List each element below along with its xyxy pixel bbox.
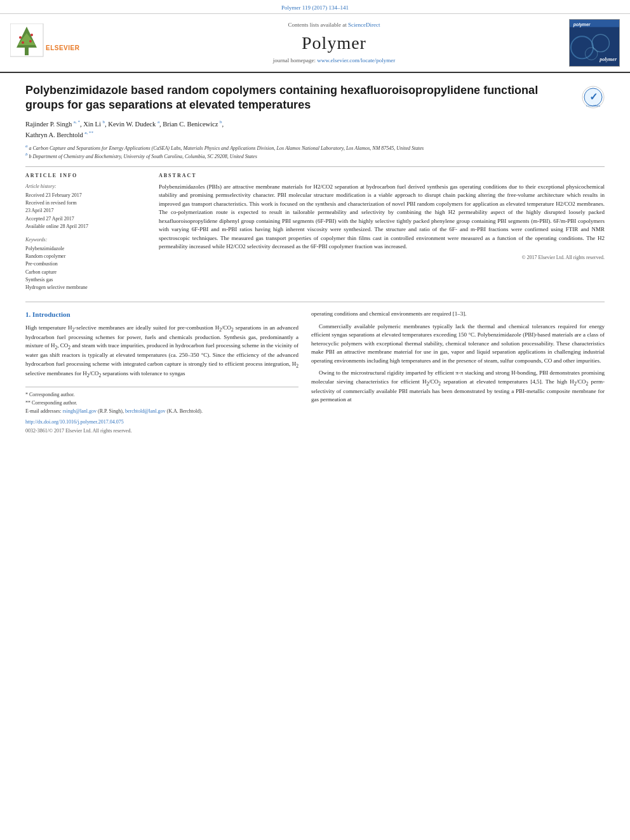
footnote-email: E-mail addresses: rsingh@lanl.gov (R.P. … (25, 408, 298, 415)
footnote-2: ** Corresponding author. (25, 399, 298, 406)
journal-cover-area: polymer (556, 19, 620, 67)
history-item-4: Available online 28 April 2017 (25, 223, 146, 230)
copyright-line: © 2017 Elsevier Ltd. All rights reserved… (159, 254, 605, 261)
cover-image: polymer (570, 19, 619, 67)
keyword-4: Synthesis gas (25, 276, 146, 283)
svg-point-5 (30, 34, 33, 36)
svg-text:CrossMark: CrossMark (586, 104, 601, 107)
keyword-2: Pre-combustion (25, 260, 146, 267)
article-history-label: Article history: (25, 183, 146, 190)
info-abstract-section: ARTICLE INFO Article history: Received 2… (25, 172, 605, 292)
history-item-2: 23 April 2017 (25, 207, 146, 214)
svg-point-4 (19, 36, 22, 39)
intro-left-text: High temperature H2-selective membranes … (25, 324, 298, 379)
affiliations: a a Carbon Capture and Separations for E… (25, 143, 605, 160)
crossmark-icon: ✓ CrossMark (582, 86, 605, 109)
journal-name: Polymer (112, 30, 556, 55)
article-title: Polybenzimidazole based random copolymer… (25, 83, 574, 113)
svg-point-7 (29, 40, 32, 43)
body-left-col: 1. Introduction High temperature H2-sele… (25, 310, 298, 434)
history-item-0: Received 23 February 2017 (25, 192, 146, 199)
history-item-1: Received in revised form (25, 199, 146, 206)
sciencedirect-link[interactable]: ScienceDirect (348, 22, 380, 28)
body-right-col: operating conditions and chemical enviro… (311, 310, 605, 434)
doi-link[interactable]: http://dx.doi.org/10.1016/j.polymer.2017… (25, 418, 298, 425)
homepage-link[interactable]: www.elsevier.com/locate/polymer (317, 57, 395, 63)
email-link-2[interactable]: berchtold@lanl.gov (125, 408, 166, 414)
affiliation-a: a a Carbon Capture and Separations for E… (25, 143, 605, 152)
journal-header: ELSEVIER Contents lists available at Sci… (0, 14, 630, 73)
polymer-journal-cover: polymer (569, 19, 620, 67)
svg-text:polymer: polymer (573, 22, 591, 27)
svg-text:ELSEVIER: ELSEVIER (46, 44, 80, 51)
email-link-1[interactable]: rsingh@lanl.gov (63, 408, 97, 414)
homepage-line: journal homepage: www.elsevier.com/locat… (112, 57, 556, 65)
footnote-section: * Corresponding author. ** Corresponding… (25, 387, 298, 434)
svg-text:✓: ✓ (589, 91, 598, 102)
article-info-col: ARTICLE INFO Article history: Received 2… (25, 172, 146, 292)
journal-header-center: Contents lists available at ScienceDirec… (112, 21, 556, 64)
abstract-text: Polybenzimidazoles (PBIs) are attractive… (159, 183, 605, 251)
keywords-section: Keywords: Polybenzimidazole Random copol… (25, 236, 146, 291)
svg-rect-1 (25, 48, 29, 55)
keyword-0: Polybenzimidazole (25, 245, 146, 252)
keywords-label: Keywords: (25, 236, 146, 243)
issn-text: 0032-3861/© 2017 Elsevier Ltd. All right… (25, 427, 298, 434)
abstract-col: ABSTRACT Polybenzimidazoles (PBIs) are a… (159, 172, 605, 292)
keyword-3: Carbon capture (25, 269, 146, 276)
intro-right-text: operating conditions and chemical enviro… (311, 310, 605, 404)
divider-1 (25, 166, 605, 167)
elsevier-logo: ELSEVIER (10, 23, 93, 62)
history-item-3: Accepted 27 April 2017 (25, 215, 146, 222)
citation-bar: Polymer 119 (2017) 134–141 (0, 0, 630, 14)
affiliation-b: b b Department of Chemistry and Biochemi… (25, 152, 605, 160)
footnote-1: * Corresponding author. (25, 391, 298, 398)
body-section: 1. Introduction High temperature H2-sele… (25, 302, 605, 434)
journal-logo-area: ELSEVIER (10, 23, 112, 62)
article-info-heading: ARTICLE INFO (25, 172, 146, 179)
authors-line: Rajinder P. Singh a, *, Xin Li b, Kevin … (25, 119, 605, 140)
abstract-heading: ABSTRACT (159, 172, 605, 179)
intro-heading: 1. Introduction (25, 310, 298, 319)
keyword-1: Random copolymer (25, 253, 146, 260)
citation-text: Polymer 119 (2017) 134–141 (281, 4, 349, 11)
main-content: Polybenzimidazole based random copolymer… (0, 73, 630, 444)
sciencedirect-line: Contents lists available at ScienceDirec… (112, 21, 556, 29)
svg-point-6 (22, 41, 24, 44)
article-title-section: Polybenzimidazole based random copolymer… (25, 83, 605, 113)
keyword-5: Hydrogen selective membrane (25, 284, 146, 291)
